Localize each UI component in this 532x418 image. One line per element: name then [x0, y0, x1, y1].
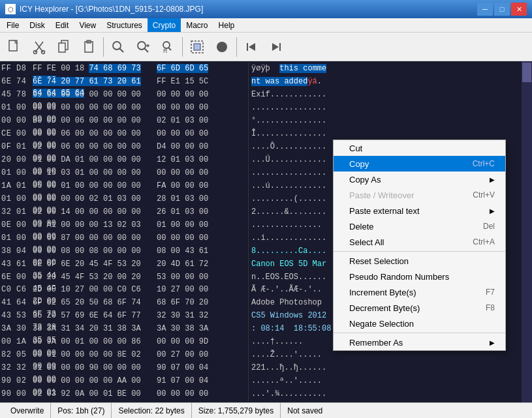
- toolbar-new[interactable]: [3, 35, 26, 59]
- toolbar-record[interactable]: [210, 35, 234, 59]
- hex-bytes-right[interactable]: 6F 6D 6D 65: [157, 63, 248, 76]
- toolbar-find[interactable]: [106, 35, 130, 59]
- hex-bytes-left[interactable]: B0 0D 00 06 00 00 00 00 00 00: [33, 115, 157, 128]
- hex-row[interactable]: CE 00 00 00 06 00 00 00 00 00 00 0000 00…: [0, 128, 522, 141]
- hex-row[interactable]: 00 00 B0 0D 00 06 00 00 00 00 00 0002 01…: [0, 115, 522, 128]
- context-menu-item-copy[interactable]: CopyCtrl+C: [334, 156, 505, 172]
- hex-bytes-left[interactable]: 69 66 00 00 00 00 00 00 00 00: [33, 89, 157, 102]
- hex-bytes-left[interactable]: 00 15 03 01 00 00 00 00 00 00: [33, 167, 157, 180]
- hex-row[interactable]: 90 02 00 00 00 00 00 00 AA 00 00 0191 07…: [0, 375, 522, 388]
- hex-bytes-left[interactable]: 00 9A 00 01 00 00 00 86 00 00: [33, 336, 157, 349]
- hex-bytes-left[interactable]: 31 03 00 00 90 00 00 00 00 00: [33, 362, 157, 375]
- context-menu-item-increment-bytes[interactable]: Increment Byte(s)F7: [334, 284, 505, 300]
- hex-row[interactable]: 82 05 00 01 00 00 00 00 8E 02 00 0000 27…: [0, 349, 522, 362]
- menu-file[interactable]: File: [1, 18, 24, 32]
- hex-bytes-right[interactable]: D4 00 00 00: [157, 141, 248, 154]
- hex-bytes-right[interactable]: 32 30 31 32: [157, 310, 248, 323]
- context-menu-item-delete[interactable]: DeleteDel: [334, 218, 505, 234]
- hex-bytes-right[interactable]: 00 00 00 00: [157, 102, 248, 115]
- hex-bytes-left[interactable]: 03 A1 00 00 00 13 02 03 00 00: [33, 219, 157, 232]
- toolbar-select-block[interactable]: [185, 35, 209, 59]
- context-menu-item-reset-selection[interactable]: Reset Selection: [334, 253, 505, 269]
- hex-bytes-left[interactable]: 6F 62 65 20 50 68 6F 74 6F 73: [33, 297, 157, 310]
- hex-bytes-right[interactable]: 00 00 00 00: [157, 167, 248, 180]
- hex-bytes-left[interactable]: 01 00 DA 01 00 00 00 00 00 00: [33, 154, 157, 167]
- toolbar-findnext[interactable]: [131, 35, 155, 59]
- toolbar-forward[interactable]: [264, 35, 288, 59]
- hex-bytes-right[interactable]: 90 07 00 04: [157, 362, 248, 375]
- context-menu-item-negate-selection[interactable]: Negate Selection: [334, 316, 505, 331]
- hex-bytes-left[interactable]: 00 00 06 00 00 00 00 00 00 00: [33, 128, 157, 141]
- context-menu-label: Negate Selection: [349, 319, 414, 329]
- context-menu-item-copy-as[interactable]: Copy As▶: [334, 172, 505, 187]
- hex-bytes-left[interactable]: 02 00 06 00 00 00 00 00 00 00: [33, 141, 157, 154]
- menu-edit[interactable]: Edit: [50, 18, 74, 32]
- hex-bytes-right[interactable]: 00 00 00 9D: [157, 336, 248, 349]
- toolbar-copy[interactable]: [52, 35, 76, 59]
- toolbar-paste[interactable]: [77, 35, 101, 59]
- toolbar-back[interactable]: [240, 35, 263, 59]
- hex-bytes-left[interactable]: 00 03 00 00 00 00 00 00 00 00: [33, 102, 157, 115]
- toolbar-cut[interactable]: [27, 35, 51, 59]
- hex-bytes-left[interactable]: 6E 74 20 77 61 73 20 61 64 64 65 64: [33, 76, 157, 89]
- context-menu-item-select-all[interactable]: Select AllCtrl+A: [334, 234, 505, 250]
- hex-bytes-right[interactable]: 00 00 00 00: [157, 388, 248, 401]
- hex-bytes-right[interactable]: 10 27 00 00: [157, 284, 248, 297]
- close-button[interactable]: ✕: [511, 3, 527, 16]
- hex-bytes-right[interactable]: 12 01 03 00: [157, 154, 248, 167]
- hex-row[interactable]: 90 00 02 03 92 0A 00 01 BE 00 00 0000 00…: [0, 388, 522, 401]
- hex-bytes-right[interactable]: 02 01 03 00: [157, 115, 248, 128]
- hex-row[interactable]: 01 00 00 03 00 00 00 00 00 00 00 0000 00…: [0, 102, 522, 115]
- menu-view[interactable]: View: [74, 18, 101, 32]
- hex-bytes-right[interactable]: FA 00 00 00: [157, 180, 248, 193]
- hex-bytes-right[interactable]: 01 00 00 00: [157, 219, 248, 232]
- hex-offset: C0 C6: [1, 284, 33, 297]
- hex-bytes-left[interactable]: 02 03 92 0A 00 01 BE 00 00 00: [33, 388, 157, 401]
- menu-macro[interactable]: Macro: [181, 18, 213, 32]
- hex-bytes-right[interactable]: 91 07 00 04: [157, 375, 248, 388]
- hex-bytes-left[interactable]: 00 00 00 00 02 01 03 00 00 00: [33, 193, 157, 206]
- hex-row[interactable]: 6E 74 6E 74 20 77 61 73 20 61 64 64 65 6…: [0, 76, 522, 89]
- hex-bytes-left[interactable]: 00 00 00 00 00 00 AA 00 00 01: [33, 375, 157, 388]
- minimize-button[interactable]: ─: [477, 3, 493, 16]
- menu-structures[interactable]: Structures: [101, 18, 148, 32]
- vertical-scrollbar[interactable]: [522, 61, 532, 402]
- hex-row[interactable]: 32 32 31 03 00 00 90 00 00 00 00 0090 07…: [0, 362, 522, 375]
- scrollbar-thumb[interactable]: [522, 63, 531, 82]
- menu-crypto[interactable]: Crypto: [148, 18, 181, 32]
- hex-bytes-right[interactable]: 68 6F 70 20: [157, 297, 248, 310]
- context-menu-item-decrement-bytes[interactable]: Decrement Byte(s)F8: [334, 300, 505, 316]
- menu-help[interactable]: Help: [213, 18, 240, 32]
- context-menu-item-pseudo-random-numbers[interactable]: Pseudo Random Numbers: [334, 269, 505, 284]
- hex-bytes-right[interactable]: 53 00 00 00: [157, 271, 248, 284]
- hex-bytes-right[interactable]: 00 00 00 00: [157, 232, 248, 245]
- menu-disk[interactable]: Disk: [24, 18, 50, 32]
- hex-row[interactable]: 45 78 69 66 00 00 00 00 00 00 00 0000 00…: [0, 89, 522, 102]
- context-menu-item-paste-external-text[interactable]: Paste external text▶: [334, 203, 505, 218]
- hex-bytes-right[interactable]: 08 00 43 61: [157, 245, 248, 258]
- hex-bytes-left[interactable]: 2D 00 10 27 00 00 C0 C6 2D 00: [33, 284, 157, 297]
- hex-bytes-left[interactable]: 00 01 00 00 00 00 8E 02 00 00: [33, 349, 157, 362]
- hex-bytes-right[interactable]: 26 01 03 00: [157, 206, 248, 219]
- hex-bytes-left[interactable]: 00 20 45 4F 53 20 00 20 45 4F: [33, 271, 157, 284]
- hex-bytes-left[interactable]: 00 00 08 00 08 00 00 00 00 00: [33, 245, 157, 258]
- hex-bytes-left[interactable]: 35 20 57 69 6E 64 6F 77 73 20: [33, 310, 157, 323]
- hex-bytes-right[interactable]: 00 00 00 00: [157, 89, 248, 102]
- hex-bytes-right[interactable]: 00 00 00 00: [157, 128, 248, 141]
- hex-bytes-left[interactable]: 00 69 87 00 00 00 00 00 00 00: [33, 232, 157, 245]
- hex-bytes-left[interactable]: 38 3A 31 34 20 31 38 3A 35 35: [33, 323, 157, 336]
- context-menu-item-cut[interactable]: Cut: [334, 140, 505, 156]
- hex-bytes-right[interactable]: 00 27 00 00: [157, 349, 248, 362]
- maximize-button[interactable]: □: [494, 3, 510, 16]
- hex-bytes-left[interactable]: 02 00 14 00 00 00 00 00 00 00: [33, 206, 157, 219]
- hex-bytes-left[interactable]: 05 00 01 00 00 00 00 00 00 00: [33, 180, 157, 193]
- hex-bytes-right[interactable]: FF E1 15 5C: [157, 76, 248, 89]
- hex-bytes-right[interactable]: 3A 30 38 3A: [157, 323, 248, 336]
- hex-bytes-right[interactable]: 28 01 03 00: [157, 193, 248, 206]
- toolbar-replace[interactable]: R: [156, 35, 180, 59]
- context-menu-item-remember-as[interactable]: Remember As▶: [334, 335, 505, 350]
- hex-bytes-left[interactable]: FF FE 00 18 74 68 69 73 20 63: [33, 63, 157, 76]
- hex-row[interactable]: FF D8 FF FE 00 18 74 68 69 73 20 636F 6D…: [0, 63, 522, 76]
- hex-bytes-right[interactable]: 20 4D 61 72: [157, 258, 248, 271]
- hex-bytes-left[interactable]: 6E 6F 6E 20 45 4F 53 20 35 44: [33, 258, 157, 271]
